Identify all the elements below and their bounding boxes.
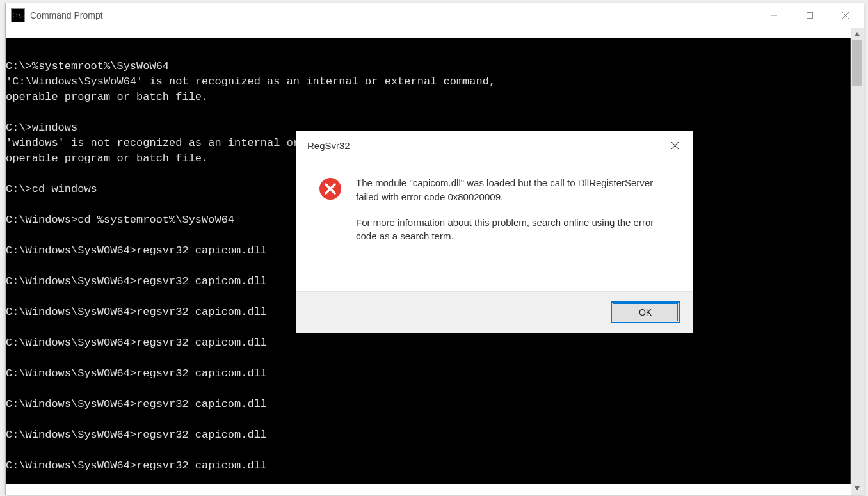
svg-marker-4: [855, 32, 860, 36]
dialog-message: The module "capicom.dll" was loaded but …: [356, 176, 672, 285]
svg-marker-5: [855, 486, 860, 490]
error-icon: [319, 177, 342, 200]
scroll-thumb[interactable]: [852, 40, 862, 86]
vertical-scrollbar[interactable]: [851, 28, 864, 495]
svg-rect-1: [807, 13, 813, 19]
dialog-title: RegSvr32: [307, 140, 657, 151]
cmd-icon: C:\.: [11, 8, 25, 22]
close-button[interactable]: [828, 3, 864, 28]
regsvr32-dialog: RegSvr32 The module "capicom.dll" was lo…: [296, 131, 693, 333]
minimize-button[interactable]: [756, 3, 792, 28]
window-title: Command Prompt: [30, 10, 756, 20]
dialog-titlebar[interactable]: RegSvr32: [296, 131, 693, 159]
ok-button[interactable]: OK: [611, 301, 680, 323]
titlebar[interactable]: C:\. Command Prompt: [6, 3, 864, 28]
maximize-button[interactable]: [792, 3, 828, 28]
scroll-down-icon[interactable]: [851, 482, 864, 495]
dialog-message-1: The module "capicom.dll" was loaded but …: [356, 176, 672, 204]
dialog-close-button[interactable]: [657, 131, 693, 159]
scroll-up-icon[interactable]: [851, 28, 864, 40]
dialog-message-2: For more information about this problem,…: [356, 216, 672, 244]
